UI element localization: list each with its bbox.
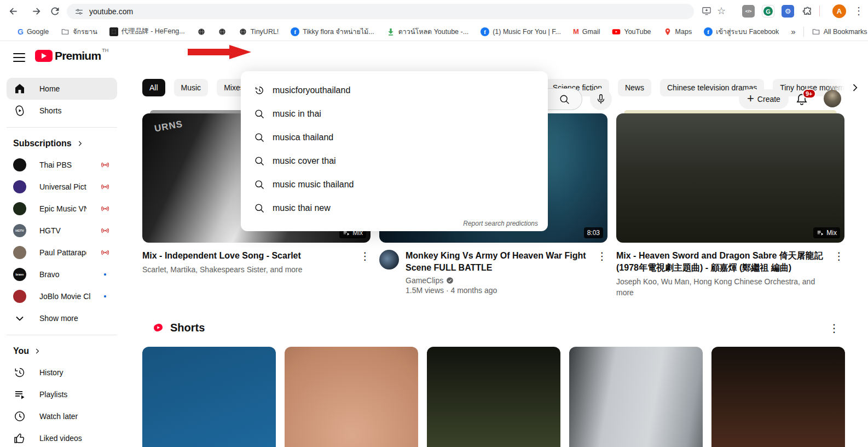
bookmark-item[interactable] <box>218 27 227 36</box>
bookmark-item[interactable]: YouTube <box>612 27 651 36</box>
kebab-menu[interactable]: ⋮ <box>834 250 844 298</box>
video-title[interactable]: Mix - Independent Love Song - Scarlet <box>142 250 353 262</box>
subscriptions-header[interactable]: Subscriptions <box>7 133 117 154</box>
sidebar-item-shorts[interactable]: Shorts <box>7 100 117 122</box>
suggestion-item[interactable]: musica thailand <box>241 125 548 149</box>
sidebar-item-home[interactable]: Home <box>7 78 117 100</box>
sidebar-channel-item[interactable]: Universal Picture... <box>7 176 117 198</box>
shorts-thumbnail[interactable] <box>569 347 703 447</box>
extensions-puzzle-icon[interactable] <box>801 5 814 18</box>
sidebar-channel-item[interactable]: Epic Music VN <box>7 198 117 220</box>
bookmark-item[interactable]: TinyURL! <box>239 27 279 36</box>
video-card[interactable]: Mix Mix - Heaven Sword and Dragon Sabre … <box>616 110 844 298</box>
suggestion-item[interactable]: music cover thai <box>241 149 548 173</box>
shorts-thumbnail[interactable] <box>142 347 276 447</box>
bookmark-label: Tikky flora จำหน่ายไม้... <box>303 26 374 37</box>
search-icon <box>254 203 265 214</box>
extension-settings-icon[interactable]: ⚙ <box>782 5 794 18</box>
browser-reload-button[interactable] <box>49 5 61 17</box>
bookmark-item[interactable]: 代理品牌 - HeFeng... <box>109 27 185 36</box>
all-bookmarks-label: All Bookmarks <box>824 28 867 36</box>
youtube-play-icon <box>35 50 53 62</box>
search-icon <box>559 94 570 105</box>
channel-name[interactable]: GameClips <box>406 276 443 285</box>
bookmark-item[interactable]: f(1) Music For You | F... <box>481 27 561 36</box>
sidebar-item-watch-later[interactable]: Watch later <box>7 405 117 427</box>
download-icon <box>386 27 395 36</box>
kebab-menu[interactable]: ⋮ <box>360 250 371 275</box>
search-button[interactable] <box>547 88 582 110</box>
shorts-kebab-menu[interactable]: ⋮ <box>829 322 840 335</box>
shorts-thumbnail[interactable] <box>427 347 560 447</box>
chip-news[interactable]: News <box>618 79 651 96</box>
suggestion-item[interactable]: music music thailand <box>241 173 548 196</box>
video-byline[interactable]: Joseph Koo, Wu Man, Hong Kong Chinese Or… <box>616 276 827 298</box>
browser-menu-icon[interactable]: ⋮ <box>854 6 864 16</box>
suggestion-item[interactable]: music thai new <box>241 196 548 220</box>
globe-icon <box>197 27 206 36</box>
google-icon: G <box>18 27 24 36</box>
extension-grammarly-icon[interactable]: G <box>762 5 774 18</box>
sidebar-item-liked-videos[interactable]: Liked videos <box>7 427 117 447</box>
subscriptions-title: Subscriptions <box>13 139 72 148</box>
suggestion-item[interactable]: music in thai <box>241 102 548 125</box>
voice-search-button[interactable] <box>590 88 612 110</box>
chips-scroll-right-button[interactable] <box>846 79 864 96</box>
show-more-label: Show more <box>39 314 78 323</box>
video-thumbnail[interactable]: Mix <box>616 113 844 243</box>
you-header[interactable]: You <box>7 341 117 362</box>
sidebar-item-playlists[interactable]: Playlists <box>7 383 117 405</box>
channel-avatar[interactable] <box>379 250 399 270</box>
sidebar-channel-item[interactable]: JoBlo Movie Clips <box>7 285 117 307</box>
channel-avatar <box>13 158 26 171</box>
plus-icon: + <box>747 93 754 105</box>
sidebar-channel-item[interactable]: Thai PBS <box>7 154 117 176</box>
shorts-thumbnail[interactable] <box>285 347 418 447</box>
chip-all[interactable]: All <box>142 79 165 96</box>
bookmark-label: (1) Music For You | F... <box>493 28 561 36</box>
sidebar-channel-item[interactable]: bravo Bravo <box>7 263 117 285</box>
bookmark-item[interactable] <box>197 27 206 36</box>
bookmark-item[interactable]: fTikky flora จำหน่ายไม้... <box>291 26 374 37</box>
sidebar-channel-item[interactable]: Paul Pattarapon ... <box>7 242 117 263</box>
facebook-icon: f <box>704 27 713 36</box>
gmail-icon: M <box>573 27 579 36</box>
address-bar[interactable]: youtube.com <box>67 4 694 19</box>
sidebar-item-history[interactable]: History <box>7 362 117 383</box>
browser-profile-avatar[interactable]: A <box>832 4 846 18</box>
channel-avatar <box>13 202 26 215</box>
bookmark-item[interactable]: ดาวน์โหลด Youtube -... <box>386 26 468 37</box>
sidebar-channel-item[interactable]: HGTV HGTV <box>7 220 117 242</box>
bookmark-star-icon[interactable]: ☆ <box>716 5 727 16</box>
shorts-thumbnail[interactable] <box>711 347 845 447</box>
sidebar-show-more[interactable]: Show more <box>7 307 117 329</box>
bookmark-item[interactable]: GGoogle <box>18 27 49 36</box>
suggestion-text: musicforyouthailand <box>273 85 350 95</box>
browser-back-button[interactable] <box>8 5 19 17</box>
bookmarks-overflow-chevron[interactable]: » <box>791 27 795 36</box>
report-predictions-link[interactable]: Report search predictions <box>463 220 538 227</box>
all-bookmarks-button[interactable]: All Bookmarks <box>812 27 867 36</box>
user-avatar[interactable] <box>824 90 841 107</box>
bookmark-item[interactable]: MGmail <box>573 27 600 36</box>
video-byline[interactable]: Scarlet, Martika, Shakespears Sister, an… <box>142 264 353 275</box>
browser-toolbar: youtube.com ☆ </> G ⚙ A ⋮ <box>0 0 868 22</box>
duration-badge: 8:03 <box>584 227 603 238</box>
verified-icon <box>446 277 454 284</box>
bookmark-item[interactable]: จักรยาน <box>61 26 97 37</box>
bookmark-item[interactable]: fเข้าสู่ระบบ Facebook <box>704 26 779 37</box>
video-title[interactable]: Monkey King Vs Army Of Heaven War Fight … <box>406 250 590 274</box>
suggestion-text: music thai new <box>273 203 331 213</box>
video-title[interactable]: Mix - Heaven Sword and Dragon Sabre 倚天屠龍… <box>616 250 827 274</box>
extension-code-icon[interactable]: </> <box>742 5 755 18</box>
guide-menu-button[interactable] <box>13 51 25 64</box>
suggestion-item[interactable]: musicforyouthailand <box>241 78 548 102</box>
chip-music[interactable]: Music <box>174 79 209 96</box>
kebab-menu[interactable]: ⋮ <box>597 250 607 296</box>
install-icon[interactable] <box>701 5 712 16</box>
browser-forward-button[interactable] <box>31 5 42 17</box>
bookmark-item[interactable]: Maps <box>663 27 692 36</box>
sidebar-label: Shorts <box>39 106 61 115</box>
youtube-premium-logo[interactable]: Premium TH <box>35 50 108 62</box>
create-button[interactable]: + Create <box>739 89 789 109</box>
